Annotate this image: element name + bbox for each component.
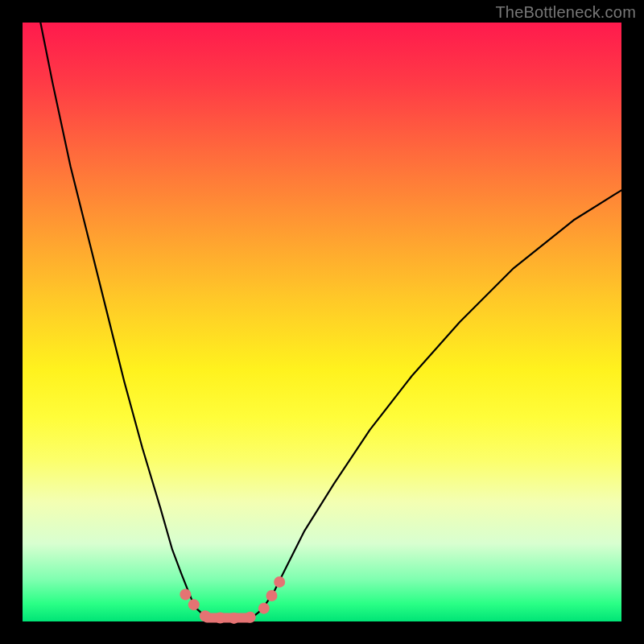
curve-right-branch bbox=[253, 190, 621, 617]
marker-dot bbox=[188, 599, 200, 610]
marker-dot bbox=[258, 603, 270, 614]
marker-dot bbox=[200, 610, 211, 621]
watermark-text: TheBottleneck.com bbox=[495, 3, 636, 22]
curve-left-branch bbox=[40, 23, 208, 617]
marker-dot bbox=[229, 613, 240, 624]
marker-dot bbox=[245, 612, 256, 623]
marker-dot bbox=[180, 589, 191, 601]
marker-dot bbox=[215, 613, 226, 624]
marker-dot bbox=[274, 576, 285, 588]
marker-dot bbox=[266, 590, 278, 601]
chart-plot bbox=[23, 23, 621, 621]
marker-group bbox=[180, 576, 285, 624]
